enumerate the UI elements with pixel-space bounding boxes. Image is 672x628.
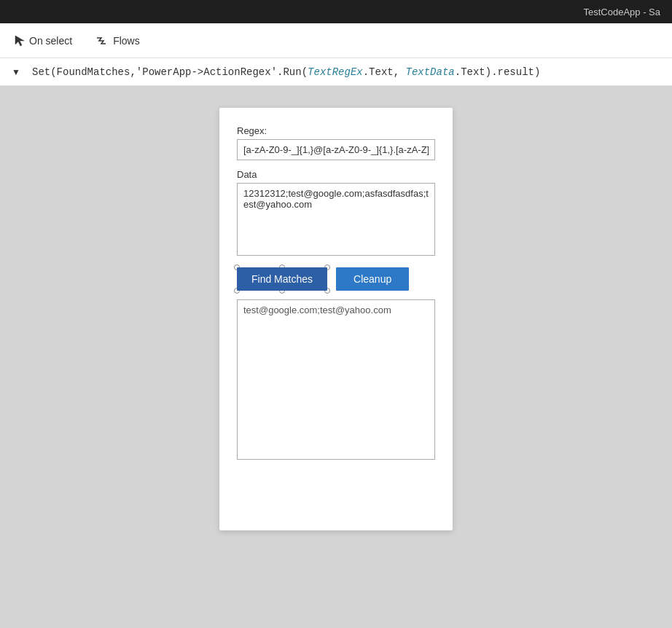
formula-dropdown[interactable]: ▼ [6, 62, 26, 82]
data-input[interactable]: 12312312;test@google.com;asfasdfasdfas;t… [237, 183, 435, 256]
formula-var2: TextData [406, 66, 455, 78]
formula-var1: TextRegEx [308, 66, 363, 78]
formula-rest: .Text).result) [455, 66, 541, 78]
canvas: Regex: Data 12312312;test@google.com;asf… [0, 86, 672, 628]
formula-keyword: Set(FoundMatches, [32, 66, 136, 78]
cleanup-button[interactable]: Cleanup [336, 267, 409, 291]
title-text: TestCodeApp - Sa [583, 7, 660, 17]
toolbar-item-onselect[interactable]: On select [9, 31, 78, 51]
formula-dot2: .Text, [363, 66, 406, 78]
formula-dropdown-icon: ▼ [12, 67, 20, 77]
formula-content: Set(FoundMatches,'PowerApp->ActionRegex'… [32, 66, 666, 78]
formula-bar: ▼ Set(FoundMatches,'PowerApp->ActionRege… [0, 58, 672, 86]
find-matches-button[interactable]: Find Matches [237, 267, 327, 291]
button-row: Find Matches Cleanup [237, 267, 435, 291]
data-field-group: Data 12312312;test@google.com;asfasdfasd… [237, 169, 435, 259]
title-bar: TestCodeApp - Sa [0, 0, 672, 23]
find-matches-wrapper: Find Matches [237, 267, 327, 291]
data-label: Data [237, 169, 435, 180]
app-card: Regex: Data 12312312;test@google.com;asf… [219, 108, 453, 530]
toolbar: On select Flows [0, 23, 672, 58]
output-text: test@google.com;test@yahoo.com [243, 305, 391, 315]
regex-field-group: Regex: [237, 125, 435, 160]
regex-label: Regex: [237, 125, 435, 136]
output-area: test@google.com;test@yahoo.com [237, 299, 435, 460]
regex-input[interactable] [237, 139, 435, 160]
formula-string: 'PowerApp->ActionRegex' [136, 66, 277, 78]
toolbar-item-flows[interactable]: Flows [90, 31, 146, 51]
onselect-label: On select [29, 35, 72, 47]
flows-label: Flows [113, 35, 140, 47]
formula-dot: .Run( [277, 66, 308, 78]
cursor-icon [15, 35, 25, 47]
flows-icon [95, 35, 109, 47]
